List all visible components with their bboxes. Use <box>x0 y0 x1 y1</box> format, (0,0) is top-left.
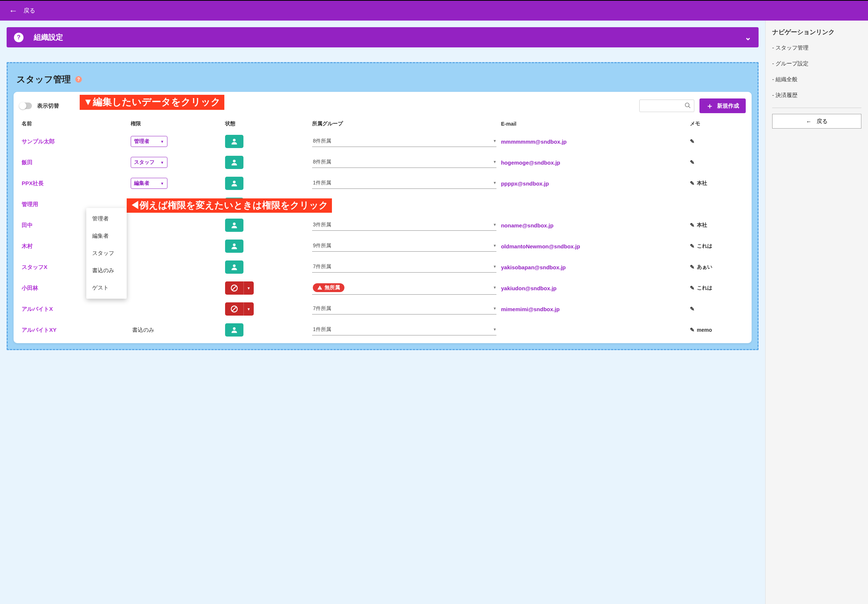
role-option[interactable]: 管理者 <box>86 210 127 227</box>
svg-point-13 <box>233 328 236 330</box>
group-select[interactable]: 9件所属▼ <box>312 241 496 252</box>
role-select[interactable]: 管理者▼ <box>131 136 167 147</box>
role-option[interactable]: 編集者 <box>86 227 127 245</box>
staff-email[interactable]: ppppx@sndbox.jp <box>501 180 549 186</box>
table-row[interactable]: スタッフX7件所属▼yakisobapan@sndbox.jp✎あぁい <box>19 257 746 278</box>
staff-email[interactable]: hogemoge@sndbox.jp <box>501 160 560 166</box>
panel-title: 組織設定 <box>34 32 63 42</box>
staff-name[interactable]: アルバイトXY <box>22 327 57 333</box>
state-button[interactable] <box>225 219 308 232</box>
memo-edit[interactable]: ✎ <box>690 138 744 145</box>
state-button[interactable] <box>225 239 308 253</box>
table-row[interactable]: アルバイトX▼7件所属▼mimemimi@sndbox.jp✎ <box>19 299 746 320</box>
state-button[interactable] <box>225 177 308 190</box>
group-select[interactable]: 8件所属▼ <box>312 136 496 147</box>
memo-edit[interactable]: ✎本社 <box>690 222 744 228</box>
staff-email[interactable]: yakisobapan@sndbox.jp <box>501 264 566 270</box>
staff-email[interactable]: mimemimi@sndbox.jp <box>501 306 560 312</box>
staff-name[interactable]: アルバイトX <box>22 306 53 312</box>
svg-point-2 <box>233 139 236 141</box>
state-button[interactable] <box>225 135 308 148</box>
role-select[interactable]: スタッフ▼ <box>131 157 167 168</box>
sidebar-back-button[interactable]: ← 戻る <box>772 114 862 129</box>
memo-edit[interactable]: ✎ <box>690 306 744 312</box>
state-button[interactable] <box>225 323 308 337</box>
state-dropdown-icon[interactable]: ▼ <box>243 302 254 315</box>
pencil-icon: ✎ <box>690 243 695 250</box>
staff-name[interactable]: スタッフX <box>22 264 47 270</box>
memo-edit[interactable]: ✎これは <box>690 243 744 250</box>
memo-edit[interactable]: ✎これは <box>690 285 744 291</box>
create-new-button[interactable]: ＋ 新規作成 <box>699 98 746 113</box>
table-row[interactable]: PPX社長編集者▼1件所属▼ppppx@sndbox.jp✎本社 <box>19 173 746 194</box>
role-select[interactable]: 編集者▼ <box>131 178 167 189</box>
col-role: 権限 <box>129 117 223 131</box>
state-button[interactable]: ▼ <box>225 302 308 315</box>
state-button[interactable] <box>225 261 308 274</box>
sidebar-link[interactable]: - グループ設定 <box>772 60 862 67</box>
table-row[interactable]: アルバイトXY書込のみ1件所属▼✎memo <box>19 320 746 340</box>
pencil-icon: ✎ <box>690 180 695 186</box>
section-title: スタッフ管理 <box>17 73 71 85</box>
person-icon <box>225 135 243 148</box>
blocked-icon <box>225 281 243 295</box>
staff-name[interactable]: 木村 <box>22 243 33 249</box>
svg-point-4 <box>233 181 236 183</box>
chevron-down-icon: ▼ <box>493 139 497 143</box>
staff-email[interactable]: yakiudon@sndbox.jp <box>501 285 556 291</box>
sidebar-link[interactable]: - スタッフ管理 <box>772 45 862 51</box>
staff-name[interactable]: サンプル太郎 <box>22 138 55 144</box>
memo-edit[interactable]: ✎本社 <box>690 180 744 186</box>
state-button[interactable]: ▼ <box>225 281 308 295</box>
role-option[interactable]: ゲスト <box>86 279 127 297</box>
state-button[interactable] <box>225 156 308 169</box>
pencil-icon: ✎ <box>690 285 695 291</box>
group-select[interactable]: 8件所属▼ <box>312 157 496 168</box>
staff-email[interactable]: oldmantoNewmon@sndbox.jp <box>501 243 580 250</box>
staff-card: ▼編集したいデータをクリック ◀例えば権限を変えたいときは権限をクリック 表示切… <box>14 92 752 343</box>
chevron-down-icon: ▼ <box>493 223 497 227</box>
state-dropdown-icon[interactable]: ▼ <box>243 281 254 295</box>
person-icon <box>225 156 243 169</box>
memo-edit[interactable]: ✎memo <box>690 327 744 333</box>
sidebar-link[interactable]: - 組織全般 <box>772 76 862 83</box>
table-row[interactable]: 木村9件所属▼oldmantoNewmon@sndbox.jp✎これは <box>19 236 746 257</box>
sidebar-title: ナビゲーションリンク <box>772 28 862 36</box>
section-frame: スタッフ管理 ? ▼編集したいデータをクリック ◀例えば権限を変えたいときは権限… <box>6 62 759 350</box>
table-row[interactable]: 田中3件所属▼noname@sndbox.jp✎本社 <box>19 215 746 236</box>
search-input[interactable] <box>639 99 694 112</box>
group-select[interactable]: 7件所属▼ <box>312 262 496 273</box>
pencil-icon: ✎ <box>690 306 695 312</box>
section-help-icon[interactable]: ? <box>75 76 82 83</box>
memo-edit[interactable]: ✎あぁい <box>690 264 744 270</box>
group-select[interactable]: 3件所属▼ <box>312 220 496 231</box>
app-top-bar: ← 戻る <box>0 0 868 20</box>
help-icon[interactable]: ? <box>14 33 23 42</box>
group-select[interactable]: 7件所属▼ <box>312 304 496 315</box>
panel-header[interactable]: ? 組織設定 ⌄ <box>6 27 759 47</box>
staff-email[interactable]: noname@sndbox.jp <box>501 222 553 228</box>
group-select[interactable]: 1件所属▼ <box>312 325 496 335</box>
memo-edit[interactable]: ✎ <box>690 159 744 166</box>
staff-name[interactable]: 小田林 <box>22 285 38 291</box>
group-select[interactable]: 1件所属▼ <box>312 178 496 189</box>
staff-name[interactable]: 田中 <box>22 222 33 228</box>
staff-name[interactable]: PPX社長 <box>22 180 44 186</box>
group-select[interactable]: 無所属▼ <box>312 282 496 295</box>
display-toggle[interactable] <box>19 102 32 109</box>
staff-name[interactable]: 管理用 <box>22 201 38 207</box>
staff-name[interactable]: 飯田 <box>22 159 33 165</box>
back-arrow-icon[interactable]: ← <box>9 6 18 16</box>
role-option[interactable]: スタッフ <box>86 245 127 262</box>
role-option[interactable]: 書込のみ <box>86 262 127 279</box>
table-row[interactable]: 小田林▼無所属▼yakiudon@sndbox.jp✎これは <box>19 278 746 299</box>
svg-point-0 <box>685 103 689 107</box>
pencil-icon: ✎ <box>690 264 695 270</box>
table-row[interactable]: 飯田スタッフ▼8件所属▼hogemoge@sndbox.jp✎ <box>19 152 746 173</box>
svg-point-3 <box>233 160 236 162</box>
chevron-down-icon[interactable]: ⌄ <box>745 33 751 42</box>
table-row[interactable]: サンプル太郎管理者▼8件所属▼mmmmmmm@sndbox.jp✎ <box>19 131 746 152</box>
sidebar-link[interactable]: - 決済履歴 <box>772 92 862 99</box>
staff-email[interactable]: mmmmmmm@sndbox.jp <box>501 138 567 145</box>
top-back-label[interactable]: 戻る <box>23 7 35 15</box>
